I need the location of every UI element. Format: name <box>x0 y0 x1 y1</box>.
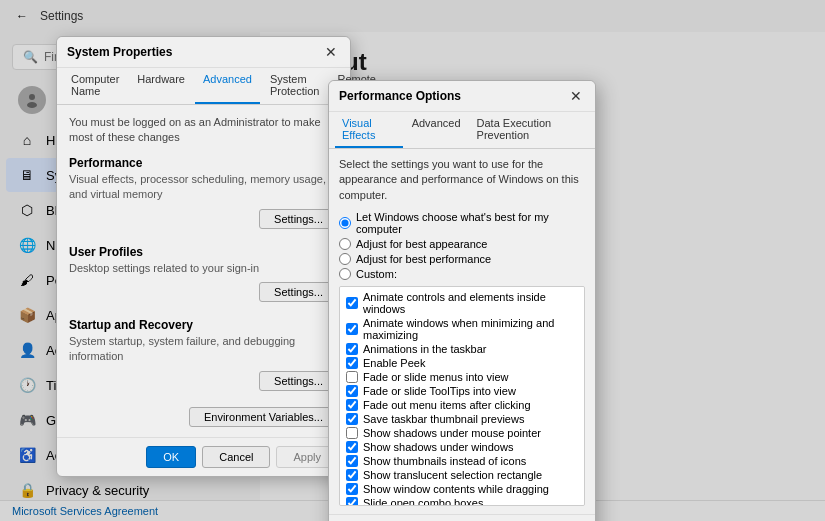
checkbox-item-7: Save taskbar thumbnail previews <box>344 412 580 426</box>
radio-group: Let Windows choose what's best for my co… <box>339 211 585 280</box>
checkbox-item-12: Show window contents while dragging <box>344 482 580 496</box>
checkbox-label-10[interactable]: Show thumbnails instead of icons <box>363 455 526 467</box>
sysprop-footer: OK Cancel Apply <box>57 437 350 476</box>
tab-hardware[interactable]: Hardware <box>129 68 193 104</box>
admin-note: You must be logged on as an Administrato… <box>69 115 338 146</box>
checkbox-item-5: Fade or slide ToolTips into view <box>344 384 580 398</box>
checkbox-label-7[interactable]: Save taskbar thumbnail previews <box>363 413 524 425</box>
checkbox-label-3[interactable]: Enable Peek <box>363 357 425 369</box>
radio-best-appearance-input[interactable] <box>339 238 351 250</box>
startup-recovery-desc: System startup, system failure, and debu… <box>69 334 338 365</box>
checkbox-item-11: Show translucent selection rectangle <box>344 468 580 482</box>
performance-section-desc: Visual effects, processor scheduling, me… <box>69 172 338 203</box>
checkbox-item-4: Fade or slide menus into view <box>344 370 580 384</box>
tab-visual-effects[interactable]: Visual Effects <box>335 112 403 148</box>
radio-windows-best-input[interactable] <box>339 217 351 229</box>
user-profiles-title: User Profiles <box>69 245 338 259</box>
checkbox-label-13[interactable]: Slide open combo boxes <box>363 497 483 506</box>
radio-best-performance-label[interactable]: Adjust for best performance <box>356 253 491 265</box>
user-profiles-desc: Desktop settings related to your sign-in <box>69 261 338 276</box>
performance-section-title: Performance <box>69 156 338 170</box>
checkbox-label-0[interactable]: Animate controls and elements inside win… <box>363 291 578 315</box>
checkbox-item-13: Slide open combo boxes <box>344 496 580 506</box>
perf-footer: OK Cancel Apply <box>329 514 595 521</box>
radio-best-performance-input[interactable] <box>339 253 351 265</box>
checkbox-5[interactable] <box>346 385 358 397</box>
visual-effects-checkbox-list: Animate controls and elements inside win… <box>339 286 585 506</box>
performance-options-dialog: Performance Options ✕ Visual Effects Adv… <box>328 80 596 521</box>
checkbox-item-1: Animate windows when minimizing and maxi… <box>344 316 580 342</box>
checkbox-9[interactable] <box>346 441 358 453</box>
radio-best-performance: Adjust for best performance <box>339 253 585 265</box>
checkbox-item-9: Show shadows under windows <box>344 440 580 454</box>
sysprop-title: System Properties <box>67 45 172 59</box>
system-properties-dialog: System Properties ✕ Computer Name Hardwa… <box>56 36 351 477</box>
checkbox-13[interactable] <box>346 497 358 506</box>
checkbox-10[interactable] <box>346 455 358 467</box>
radio-custom: Custom: <box>339 268 585 280</box>
radio-custom-label[interactable]: Custom: <box>356 268 397 280</box>
checkbox-8[interactable] <box>346 427 358 439</box>
user-profiles-section: User Profiles Desktop settings related t… <box>69 245 338 308</box>
checkbox-item-0: Animate controls and elements inside win… <box>344 290 580 316</box>
checkbox-12[interactable] <box>346 483 358 495</box>
tab-dep[interactable]: Data Execution Prevention <box>470 112 589 148</box>
startup-recovery-section: Startup and Recovery System startup, sys… <box>69 318 338 397</box>
perf-tabs: Visual Effects Advanced Data Execution P… <box>329 112 595 149</box>
checkbox-item-8: Show shadows under mouse pointer <box>344 426 580 440</box>
checkbox-label-8[interactable]: Show shadows under mouse pointer <box>363 427 541 439</box>
perf-body: Select the settings you want to use for … <box>329 149 595 514</box>
checkbox-item-2: Animations in the taskbar <box>344 342 580 356</box>
checkbox-label-4[interactable]: Fade or slide menus into view <box>363 371 509 383</box>
startup-recovery-title: Startup and Recovery <box>69 318 338 332</box>
sysprop-title-bar: System Properties ✕ <box>57 37 350 68</box>
tab-computer-name[interactable]: Computer Name <box>63 68 127 104</box>
checkbox-label-12[interactable]: Show window contents while dragging <box>363 483 549 495</box>
perf-close-button[interactable]: ✕ <box>567 87 585 105</box>
performance-settings-button[interactable]: Settings... <box>259 209 338 229</box>
checkbox-0[interactable] <box>346 297 358 309</box>
radio-custom-input[interactable] <box>339 268 351 280</box>
checkbox-2[interactable] <box>346 343 358 355</box>
tab-advanced-perf[interactable]: Advanced <box>405 112 468 148</box>
sysprop-body: You must be logged on as an Administrato… <box>57 105 350 437</box>
radio-windows-best-label[interactable]: Let Windows choose what's best for my co… <box>356 211 585 235</box>
checkbox-7[interactable] <box>346 413 358 425</box>
checkbox-label-1[interactable]: Animate windows when minimizing and maxi… <box>363 317 578 341</box>
checkbox-4[interactable] <box>346 371 358 383</box>
checkbox-label-9[interactable]: Show shadows under windows <box>363 441 513 453</box>
sysprop-cancel-button[interactable]: Cancel <box>202 446 270 468</box>
radio-best-appearance-label[interactable]: Adjust for best appearance <box>356 238 487 250</box>
checkbox-6[interactable] <box>346 399 358 411</box>
perf-description: Select the settings you want to use for … <box>339 157 585 203</box>
startup-recovery-settings-button[interactable]: Settings... <box>259 371 338 391</box>
checkbox-label-2[interactable]: Animations in the taskbar <box>363 343 487 355</box>
checkbox-item-10: Show thumbnails instead of icons <box>344 454 580 468</box>
checkbox-label-5[interactable]: Fade or slide ToolTips into view <box>363 385 516 397</box>
radio-best-appearance: Adjust for best appearance <box>339 238 585 250</box>
performance-section: Performance Visual effects, processor sc… <box>69 156 338 235</box>
checkbox-label-6[interactable]: Fade out menu items after clicking <box>363 399 531 411</box>
checkbox-11[interactable] <box>346 469 358 481</box>
checkbox-1[interactable] <box>346 323 358 335</box>
sysprop-ok-button[interactable]: OK <box>146 446 196 468</box>
perf-title: Performance Options <box>339 89 461 103</box>
checkbox-item-3: Enable Peek <box>344 356 580 370</box>
tab-system-protection[interactable]: System Protection <box>262 68 328 104</box>
radio-windows-best: Let Windows choose what's best for my co… <box>339 211 585 235</box>
perf-title-bar: Performance Options ✕ <box>329 81 595 112</box>
checkbox-label-11[interactable]: Show translucent selection rectangle <box>363 469 542 481</box>
user-profiles-settings-button[interactable]: Settings... <box>259 282 338 302</box>
checkbox-3[interactable] <box>346 357 358 369</box>
sysprop-tabs: Computer Name Hardware Advanced System P… <box>57 68 350 105</box>
environment-variables-button[interactable]: Environment Variables... <box>189 407 338 427</box>
checkbox-item-6: Fade out menu items after clicking <box>344 398 580 412</box>
tab-advanced[interactable]: Advanced <box>195 68 260 104</box>
sysprop-close-button[interactable]: ✕ <box>322 43 340 61</box>
